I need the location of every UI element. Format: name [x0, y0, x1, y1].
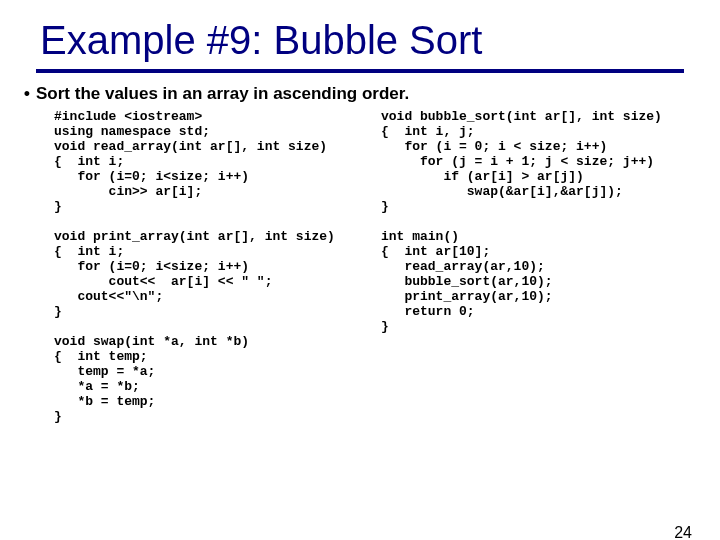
code-block-print-array: void print_array(int ar[], int size) { i…: [54, 229, 357, 319]
code-column-right: void bubble_sort(int ar[], int size) { i…: [381, 109, 684, 424]
code-block-main: int main() { int ar[10]; read_array(ar,1…: [381, 229, 684, 334]
slide-title: Example #9: Bubble Sort: [40, 18, 720, 63]
code-block-swap: void swap(int *a, int *b) { int temp; te…: [54, 334, 357, 424]
title-underline: [36, 69, 684, 73]
code-columns: #include <iostream> using namespace std;…: [54, 109, 684, 424]
bullet-text: Sort the values in an array in ascending…: [36, 83, 409, 105]
spacer: [381, 214, 684, 229]
code-block-bubble-sort: void bubble_sort(int ar[], int size) { i…: [381, 109, 684, 214]
code-column-left: #include <iostream> using namespace std;…: [54, 109, 357, 424]
slide: Example #9: Bubble Sort • Sort the value…: [0, 18, 720, 540]
spacer: [54, 319, 357, 334]
spacer: [54, 214, 357, 229]
page-number: 24: [674, 524, 692, 540]
slide-body: • Sort the values in an array in ascendi…: [18, 83, 684, 424]
bullet-item: • Sort the values in an array in ascendi…: [18, 83, 684, 105]
code-block-read-array: #include <iostream> using namespace std;…: [54, 109, 357, 214]
bullet-marker: •: [18, 83, 36, 105]
